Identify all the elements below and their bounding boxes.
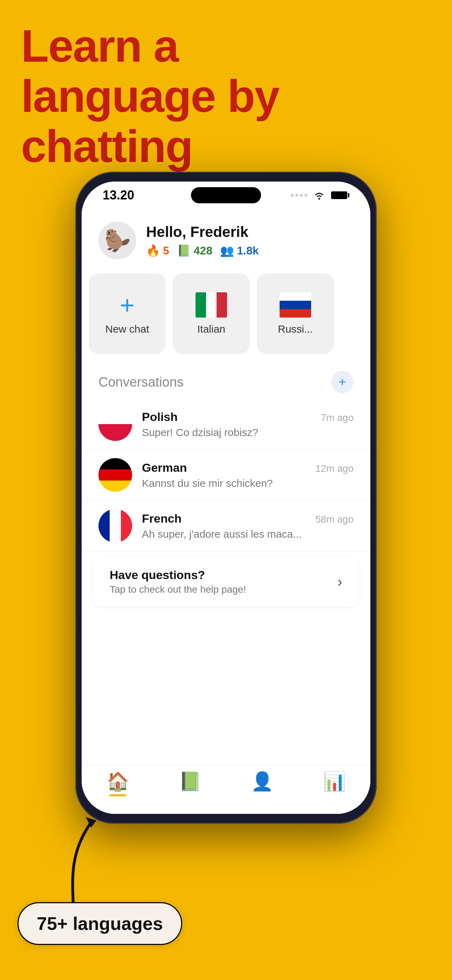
stats-icon: 📊: [323, 771, 346, 792]
russian-card[interactable]: Russi...: [257, 274, 334, 354]
status-time: 13.20: [103, 188, 134, 203]
italian-label: Italian: [197, 323, 225, 335]
conv-preview-german: Kannst du sie mir schicken?: [142, 477, 353, 489]
languages-bubble-text: 75+ languages: [37, 913, 163, 934]
lessons-icon: 📗: [179, 771, 202, 792]
language-cards-row: + New chat Italian: [82, 268, 370, 360]
conv-preview-polish: Super! Co dzisiaj robisz?: [142, 426, 353, 439]
russian-flag-icon: [280, 292, 311, 318]
headline-line2: language by: [21, 71, 279, 121]
conversations-title: Conversations: [99, 375, 184, 390]
nav-profile[interactable]: 👤: [226, 771, 298, 792]
new-chat-card[interactable]: + New chat: [89, 274, 166, 354]
conversations-header: Conversations +: [82, 360, 370, 399]
german-flag: [99, 458, 132, 492]
help-subtitle: Tap to check out the help page!: [110, 584, 246, 595]
conv-time-french: 58m ago: [315, 514, 353, 525]
svg-point-0: [318, 198, 320, 200]
conversation-item-german[interactable]: German 12m ago Kannst du sie mir schicke…: [82, 450, 370, 501]
nav-stats[interactable]: 📊: [298, 771, 370, 792]
battery-icon: [331, 191, 349, 199]
conv-lang-french: French: [142, 512, 181, 525]
stat-book: 📗 428: [177, 244, 212, 257]
conv-lang-polish: Polish: [142, 410, 178, 424]
dynamic-island: [191, 187, 261, 203]
status-bar: 13.20: [82, 181, 370, 209]
italian-card[interactable]: Italian: [173, 274, 250, 354]
headline: Learn a language by chatting: [21, 21, 279, 172]
help-title: Have questions?: [110, 568, 246, 582]
polish-flag: [99, 407, 132, 441]
conversations-list: Polish 7m ago Super! Co dzisiaj robisz?: [82, 399, 370, 551]
wifi-icon: [313, 191, 326, 200]
headline-line1: Learn a: [21, 21, 279, 71]
status-icons: [291, 191, 349, 200]
plus-icon: +: [120, 292, 135, 318]
italian-flag-icon: [196, 292, 227, 318]
headline-line3: chatting: [21, 121, 279, 172]
phone-shell: 13.20: [75, 172, 377, 824]
conv-info-german: German 12m ago Kannst du sie mir schicke…: [142, 461, 353, 489]
conv-preview-french: Ah super, j'adore aussi les maca...: [142, 528, 353, 540]
profile-stats: 🔥 5 📗 428 👥 1.8k: [146, 244, 353, 257]
nav-lessons[interactable]: 📗: [154, 771, 226, 792]
stat-fire: 🔥 5: [146, 244, 169, 257]
conv-time-polish: 7m ago: [321, 412, 353, 423]
new-chat-label: New chat: [105, 323, 149, 335]
languages-bubble: 75+ languages: [18, 902, 182, 945]
conv-lang-german: German: [142, 461, 187, 474]
profile-section: 🦫 Hello, Frederik 🔥 5 📗 428 👥 1.8k: [82, 209, 370, 268]
help-chevron-icon: ›: [337, 573, 342, 590]
russian-label: Russi...: [278, 323, 313, 335]
add-conversation-button[interactable]: +: [331, 371, 353, 393]
french-flag: [99, 509, 132, 542]
profile-icon: 👤: [251, 771, 274, 792]
signal-dots: [291, 194, 307, 197]
conversation-item-polish[interactable]: Polish 7m ago Super! Co dzisiaj robisz?: [82, 399, 370, 450]
help-section[interactable]: Have questions? Tap to check out the hel…: [93, 557, 359, 606]
conv-time-german: 12m ago: [315, 463, 353, 474]
stat-person: 👥 1.8k: [220, 244, 259, 257]
conv-info-polish: Polish 7m ago Super! Co dzisiaj robisz?: [142, 410, 353, 439]
avatar: 🦫: [99, 221, 136, 259]
conv-info-french: French 58m ago Ah super, j'adore aussi l…: [142, 512, 353, 540]
profile-name: Hello, Frederik: [146, 224, 353, 240]
app-content: 🦫 Hello, Frederik 🔥 5 📗 428 👥 1.8k: [82, 209, 370, 814]
annotation-arrow: [11, 752, 151, 928]
help-text: Have questions? Tap to check out the hel…: [110, 568, 246, 595]
profile-info: Hello, Frederik 🔥 5 📗 428 👥 1.8k: [146, 224, 353, 257]
phone-screen: 13.20: [82, 181, 370, 814]
conversation-item-french[interactable]: French 58m ago Ah super, j'adore aussi l…: [82, 501, 370, 551]
